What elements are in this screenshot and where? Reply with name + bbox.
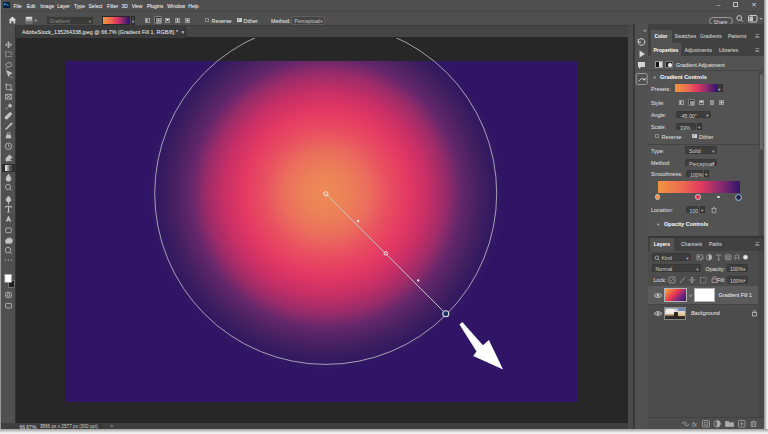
svg-text:fx: fx: [692, 420, 698, 427]
